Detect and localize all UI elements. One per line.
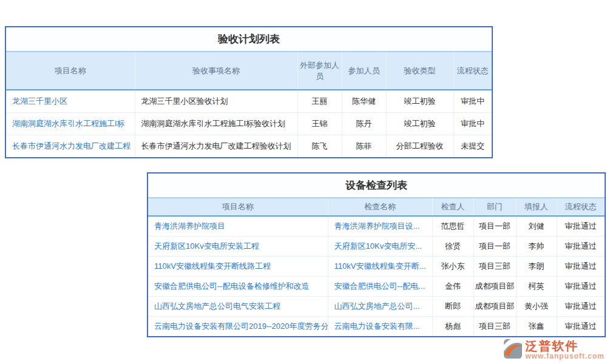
- cell-inspector: 张小东: [432, 257, 473, 277]
- col-header-inspection-name: 检查名称: [328, 198, 432, 216]
- equipment-inspection-panel: 设备检查列表 项目名称 检查名称 检查人 部门 填报人 流程状态 青海洪湖养护院…: [147, 172, 606, 337]
- acceptance-plan-panel: 验收计划列表 项目名称 验收事项名称 外部参加人员 参加人员 验收类型 流程状态…: [5, 26, 493, 158]
- equipment-inspection-grid: 项目名称 检查名称 检查人 部门 填报人 流程状态 青海洪湖养护院项目 青海洪湖…: [148, 198, 605, 336]
- table-row: 天府新区10Kv变电所安装工程 天府新区10Kv变电所安... 徐贤 项目一部 …: [148, 237, 605, 257]
- col-header-acceptance-type: 验收类型: [386, 52, 453, 90]
- col-header-reporter: 填报人: [516, 198, 557, 216]
- status-badge: 审批通过: [557, 317, 605, 337]
- col-header-project-name: 项目名称: [148, 198, 328, 216]
- status-badge: 审批通过: [557, 277, 605, 297]
- inspection-link[interactable]: 天府新区10Kv变电所安...: [334, 241, 422, 251]
- brand-url[interactable]: www.fanpusoft.com: [525, 352, 605, 360]
- cell-department: 成都项目部: [473, 297, 516, 317]
- inspection-link[interactable]: 云南电力设备安装有限...: [334, 322, 420, 331]
- cell-acceptance-item: 湖南洞庭湖水库引水工程施工I标验收计划: [135, 113, 297, 135]
- status-badge: 未提交: [453, 135, 492, 158]
- cell-acceptance-type: 分部工程验收: [386, 135, 453, 158]
- vendor-watermark: 泛普软件 www.fanpusoft.com: [503, 339, 605, 362]
- col-header-flow-status: 流程状态: [557, 198, 605, 216]
- status-badge: 审批中: [453, 113, 492, 135]
- inspection-link[interactable]: 安徽合肥供电公司--配电...: [334, 281, 426, 291]
- cell-inspector: 杨彪: [432, 317, 473, 337]
- reporter-link[interactable]: 刘健: [516, 216, 557, 237]
- project-link[interactable]: 天府新区10Kv变电所安装工程: [154, 241, 259, 251]
- header-row: 项目名称 验收事项名称 外部参加人员 参加人员 验收类型 流程状态: [6, 52, 492, 90]
- reporter-link[interactable]: 黄小强: [516, 297, 557, 317]
- reporter-link[interactable]: 柯英: [516, 277, 557, 297]
- cell-acceptance-item: 长春市伊通河水力发电厂改建工程验收计划: [135, 135, 297, 158]
- fanpu-logo-icon: [503, 339, 523, 362]
- header-row: 项目名称 检查名称 检查人 部门 填报人 流程状态: [148, 198, 605, 216]
- col-header-inspector: 检查人: [432, 198, 473, 216]
- cell-acceptance-type: 竣工初验: [386, 90, 453, 113]
- table-row: 110kV安徽线程集变开断线路工程 110kV安徽线程集变开断... 张小东 项…: [148, 257, 605, 277]
- cell-participant: 陈华健: [342, 90, 386, 113]
- reporter-link[interactable]: 张鑫: [516, 317, 557, 337]
- cell-participant: 陈菲: [342, 135, 386, 158]
- project-link[interactable]: 110kV安徽线程集变开断线路工程: [154, 261, 271, 271]
- table-row: 长春市伊通河水力发电厂改建工程 长春市伊通河水力发电厂改建工程验收计划 陈飞 陈…: [6, 135, 492, 158]
- table-row: 山西弘文房地产总公司电气安装工程 山西弘文房地产总公司... 断郎 成都项目部 …: [148, 297, 605, 317]
- inspection-link[interactable]: 山西弘文房地产总公司...: [334, 302, 420, 311]
- cell-external-participant: 王丽: [297, 90, 342, 113]
- project-link[interactable]: 山西弘文房地产总公司电气安装工程: [154, 302, 280, 311]
- cell-department: 项目一部: [473, 216, 516, 237]
- status-badge: 审批中: [453, 90, 492, 113]
- status-badge: 审批通过: [557, 297, 605, 317]
- col-header-external-participants: 外部参加人员: [297, 52, 342, 90]
- cell-department: 成都项目部: [473, 277, 516, 297]
- table-row: 龙湖三千里小区 龙湖三千里小区验收计划 王丽 陈华健 竣工初验 审批中: [6, 90, 492, 113]
- cell-inspector: 范思哲: [432, 216, 473, 237]
- cell-inspector: 徐贤: [432, 237, 473, 257]
- equipment-inspection-title: 设备检查列表: [148, 174, 605, 198]
- cell-department: 项目三部: [473, 317, 516, 337]
- reporter-link[interactable]: 李帅: [516, 237, 557, 257]
- reporter-link[interactable]: 李朗: [516, 257, 557, 277]
- inspection-link[interactable]: 青海洪湖养护院项目设...: [334, 221, 420, 231]
- acceptance-plan-grid: 项目名称 验收事项名称 外部参加人员 参加人员 验收类型 流程状态 龙湖三千里小…: [6, 52, 492, 157]
- col-header-acceptance-item: 验收事项名称: [135, 52, 297, 90]
- cell-inspector: 断郎: [432, 297, 473, 317]
- col-header-project-name: 项目名称: [6, 52, 135, 90]
- cell-external-participant: 王锦: [297, 113, 342, 135]
- project-link[interactable]: 湖南洞庭湖水库引水工程施工I标: [12, 119, 125, 128]
- table-row: 云南电力设备安装有限公司2019--2020年度劳务分包... 云南电力设备安装…: [148, 317, 605, 337]
- brand-name: 泛普软件: [525, 340, 605, 352]
- status-badge: 审批通过: [557, 257, 605, 277]
- cell-department: 项目一部: [473, 237, 516, 257]
- project-link[interactable]: 云南电力设备安装有限公司2019--2020年度劳务分包...: [154, 322, 328, 331]
- inspection-link[interactable]: 110kV安徽线程集变开断...: [334, 261, 426, 271]
- cell-department: 项目三部: [473, 257, 516, 277]
- cell-inspector: 金伟: [432, 277, 473, 297]
- page: { "acceptance_table": { "title": "验收计划列表…: [0, 0, 607, 364]
- status-badge: 审批通过: [557, 216, 605, 237]
- acceptance-plan-title: 验收计划列表: [6, 27, 492, 52]
- cell-external-participant: 陈飞: [297, 135, 342, 158]
- cell-acceptance-type: 竣工初验: [386, 113, 453, 135]
- table-row: 青海洪湖养护院项目 青海洪湖养护院项目设... 范思哲 项目一部 刘健 审批通过: [148, 216, 605, 237]
- col-header-department: 部门: [473, 198, 516, 216]
- status-badge: 审批通过: [557, 237, 605, 257]
- col-header-flow-status: 流程状态: [453, 52, 492, 90]
- cell-acceptance-item: 龙湖三千里小区验收计划: [135, 90, 297, 113]
- table-row: 湖南洞庭湖水库引水工程施工I标 湖南洞庭湖水库引水工程施工I标验收计划 王锦 陈…: [6, 113, 492, 135]
- table-row: 安徽合肥供电公司--配电设备检修维护和改造 安徽合肥供电公司--配电... 金伟…: [148, 277, 605, 297]
- project-link[interactable]: 长春市伊通河水力发电厂改建工程: [12, 141, 131, 150]
- cell-participant: 陈丹: [342, 113, 386, 135]
- project-link[interactable]: 龙湖三千里小区: [12, 96, 67, 106]
- col-header-participants: 参加人员: [342, 52, 386, 90]
- project-link[interactable]: 青海洪湖养护院项目: [154, 221, 225, 231]
- project-link[interactable]: 安徽合肥供电公司--配电设备检修维护和改造: [154, 281, 310, 291]
